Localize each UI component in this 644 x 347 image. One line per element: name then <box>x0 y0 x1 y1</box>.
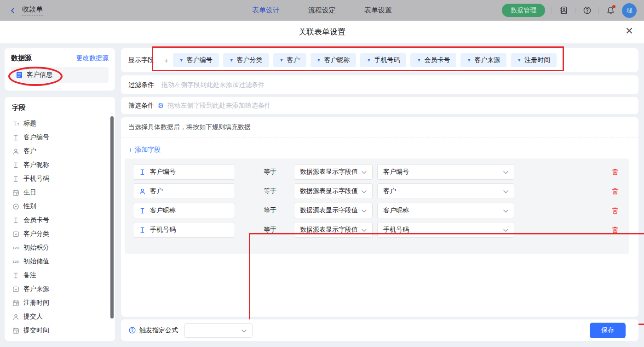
field-list-item[interactable]: 标题 <box>12 117 115 131</box>
rule-value-select[interactable]: 客户 <box>377 183 514 199</box>
field-item-label: 客户昵称 <box>23 161 49 169</box>
field-list-item[interactable]: 客户分类 <box>12 227 115 241</box>
field-item-label: 标题 <box>23 119 36 128</box>
delete-rule-button[interactable] <box>610 206 620 215</box>
rule-field-label: 手机号码 <box>150 226 176 234</box>
text-field-icon <box>12 175 19 182</box>
field-list-item[interactable]: 提交人 <box>12 310 115 324</box>
rules-panel: 客户编号 等于 数据源表显示字段值 客户编号 客户 等于 数据源表显示字段值 <box>125 159 629 254</box>
save-button[interactable]: 保存 <box>590 323 626 338</box>
user-avatar[interactable]: 理 <box>622 3 637 18</box>
top-navbar: 收款单 表单设计 流程设定 表单设置 数据管理 理 <box>0 0 644 21</box>
rule-field-box[interactable]: 手机号码 <box>133 222 235 238</box>
trigger-formula-select[interactable] <box>184 323 253 338</box>
footer-bar: 触发指定公式 保存 <box>121 319 638 341</box>
rule-value-value: 客户 <box>383 187 396 195</box>
rule-source-select[interactable]: 数据源表显示字段值 <box>294 164 373 180</box>
rule-source-value: 数据源表显示字段值 <box>300 206 358 215</box>
field-list-item[interactable]: 手机号码 <box>12 172 115 186</box>
rule-field-box[interactable]: 客户昵称 <box>133 203 235 218</box>
field-list-item[interactable]: 性别 <box>12 199 115 213</box>
field-list-item[interactable]: 客户 <box>12 144 115 158</box>
rule-value-select[interactable]: 客户编号 <box>377 164 514 180</box>
field-list-item[interactable]: 客户来源 <box>12 282 115 296</box>
formula-help-icon[interactable] <box>128 326 136 334</box>
date-field-icon <box>12 299 19 307</box>
tab-flow-setting[interactable]: 流程设定 <box>308 6 336 15</box>
field-list-item[interactable]: 备注 <box>12 268 115 282</box>
display-field-chip[interactable]: ▼ 会员卡号 <box>410 53 456 67</box>
contacts-book-icon[interactable] <box>558 6 569 16</box>
equals-label: 等于 <box>264 226 276 234</box>
add-field-label: 添加字段 <box>135 146 161 154</box>
delete-rule-button[interactable] <box>610 187 620 196</box>
data-manage-button[interactable]: 数据管理 <box>502 4 545 17</box>
back-icon[interactable] <box>9 7 17 14</box>
chevron-down-icon <box>503 168 508 176</box>
add-display-field-icon[interactable]: + <box>164 57 168 64</box>
rule-field-box[interactable]: 客户 <box>133 183 235 199</box>
display-field-chip[interactable]: ▼ 客户来源 <box>460 53 506 67</box>
chevron-down-icon <box>362 188 367 195</box>
chevron-down-icon <box>362 226 367 233</box>
delete-rule-button[interactable] <box>610 225 620 234</box>
fields-scrollbar[interactable] <box>110 116 114 319</box>
rule-source-select[interactable]: 数据源表显示字段值 <box>294 183 373 199</box>
form-name[interactable]: 收款单 <box>22 5 43 16</box>
filter-condition-card[interactable]: 过滤条件 拖动左侧字段到此处来添加过滤条件 <box>121 75 638 94</box>
display-field-chip[interactable]: ▼ 手机号码 <box>360 53 406 67</box>
field-list-item[interactable]: 客户昵称 <box>12 158 115 172</box>
help-icon[interactable] <box>582 6 592 16</box>
display-field-chip[interactable]: ▼ 客户 <box>273 53 306 67</box>
tab-form-setting[interactable]: 表单设置 <box>364 6 392 15</box>
delete-rule-button[interactable] <box>610 167 620 176</box>
display-fields-card: 显示字段 + ▼ 客户编号 ▼ 客户分类 ▼ 客户 ▼ 客户昵称 ▼ 手机号码 … <box>121 48 638 72</box>
rule-value-select[interactable]: 手机号码 <box>377 222 514 238</box>
field-list-item[interactable]: 会员卡号 <box>12 213 115 227</box>
field-list-item[interactable]: 生日 <box>12 186 115 199</box>
rule-value-select[interactable]: 客户昵称 <box>377 203 514 218</box>
rule-field-label: 客户昵称 <box>150 206 176 215</box>
rule-source-select[interactable]: 数据源表显示字段值 <box>294 222 373 238</box>
display-field-chip[interactable]: ▼ 客户编号 <box>173 53 219 67</box>
plus-icon: + <box>128 146 132 154</box>
text-field-icon <box>12 272 19 279</box>
rule-source-value: 数据源表显示字段值 <box>300 168 358 176</box>
add-field-button[interactable]: + 添加字段 <box>128 146 161 154</box>
caret-down-icon: ▼ <box>467 58 471 63</box>
field-list-item[interactable]: 123 初始储值 <box>12 255 115 268</box>
rule-row: 客户昵称 等于 数据源表显示字段值 客户昵称 <box>133 203 620 218</box>
tab-form-design[interactable]: 表单设计 <box>252 6 280 15</box>
field-list-item[interactable]: 客户编号 <box>12 131 115 144</box>
display-field-chip[interactable]: ▼ 客户昵称 <box>310 53 356 67</box>
field-list-item[interactable]: 123 初始积分 <box>12 241 115 255</box>
notification-bell-icon[interactable] <box>605 6 615 16</box>
field-list: 标题 客户编号 客户 客户昵称 手机号码 生日 性别 会员卡号 客户分类 123… <box>12 117 115 337</box>
radio-field-icon <box>12 203 19 210</box>
user-field-icon <box>138 188 146 195</box>
caret-down-icon: ▼ <box>179 58 184 63</box>
divider <box>598 7 599 14</box>
field-item-label: 提交人 <box>23 313 43 321</box>
user-field-icon <box>12 313 19 320</box>
rule-row: 手机号码 等于 数据源表显示字段值 手机号码 <box>133 222 620 238</box>
display-field-chip[interactable]: ▼ 客户分类 <box>223 53 269 67</box>
rule-field-box[interactable]: 客户编号 <box>133 164 235 180</box>
equals-label: 等于 <box>264 187 276 195</box>
chip-label: 注册时间 <box>524 56 550 64</box>
text-field-icon <box>12 161 19 169</box>
field-item-label: 手机号码 <box>23 175 49 183</box>
chevron-down-icon <box>503 188 508 195</box>
change-datasource-link[interactable]: 更改数据源 <box>76 54 109 63</box>
close-icon[interactable]: × <box>626 24 633 37</box>
modal-header: 关联表单设置 × <box>0 21 644 44</box>
datasource-item[interactable]: 客户信息 <box>11 67 109 83</box>
field-list-item[interactable]: 注册时间 <box>12 296 115 310</box>
app-screen: 收款单 表单设计 流程设定 表单设置 数据管理 理 关联表单设置 <box>0 0 644 347</box>
display-field-chip[interactable]: ▼ 注册时间 <box>511 53 557 67</box>
rule-source-select[interactable]: 数据源表显示字段值 <box>294 203 373 218</box>
field-list-item[interactable]: 提交时间 <box>12 324 115 337</box>
gear-icon[interactable]: ⚙ <box>158 102 164 109</box>
screen-condition-card[interactable]: 筛选条件 ⚙ 拖动左侧字段到此处来添加筛选条件 <box>121 97 638 114</box>
notification-dot <box>612 5 615 8</box>
